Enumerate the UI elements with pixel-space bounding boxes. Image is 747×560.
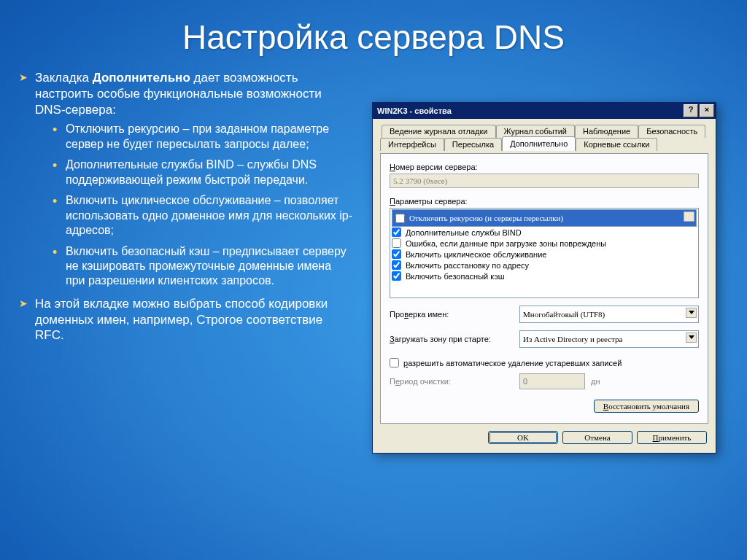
titlebar-text: WIN2K3 - свойства [377, 106, 684, 115]
tab-advanced[interactable]: Дополнительно [502, 136, 576, 151]
apply-button[interactable]: Применить [637, 431, 707, 444]
name-checking-select[interactable]: Многобайтовый (UTF8) [519, 306, 699, 323]
tab-debug-log[interactable]: Ведение журнала отладки [382, 125, 496, 138]
bullet-sub-1: Отключить рекурсию – при заданном параме… [53, 122, 353, 152]
auto-delete-checkbox[interactable] [390, 358, 399, 368]
text-column: Закладка Дополнительно дает возможность … [16, 70, 353, 351]
load-zone-label: Загружать зону при старте: [390, 335, 514, 343]
ok-button[interactable]: OK [488, 431, 558, 444]
bullet-sub-3: Включить циклическое обслуживание – позв… [53, 193, 353, 238]
server-param-checkbox[interactable] [392, 228, 401, 237]
load-zone-select[interactable]: Из Active Directory и реестра [519, 330, 699, 348]
server-param-row[interactable]: Ошибка, если данные при загрузке зоны по… [392, 238, 697, 249]
server-param-row[interactable]: Дополнительные службы BIND [392, 227, 697, 238]
tab-content-advanced: Номер версии сервера: Параметры сервера:… [380, 153, 708, 424]
server-param-row[interactable]: Отключить рекурсию (и серверы пересылки) [392, 209, 697, 227]
restore-defaults-button[interactable]: Восстановить умолчания [594, 400, 699, 413]
tab-security[interactable]: Безопасность [638, 125, 705, 138]
server-param-label: Ошибка, если данные при загрузке зоны по… [406, 239, 606, 248]
server-param-checkbox[interactable] [392, 249, 401, 259]
bullet-sub-2: Дополнительные службы BIND – службы DNS … [53, 158, 353, 187]
server-param-checkbox[interactable] [392, 260, 401, 270]
tab-monitoring[interactable]: Наблюдение [575, 125, 638, 138]
server-param-label: Отключить рекурсию (и серверы пересылки) [409, 214, 563, 222]
close-button[interactable]: × [700, 104, 714, 117]
server-param-label: Дополнительные службы BIND [406, 228, 522, 237]
server-param-label: Включить расстановку по адресу [406, 261, 529, 270]
server-version-field [390, 174, 699, 188]
properties-dialog: WIN2K3 - свойства ? × Ведение журнала от… [372, 102, 716, 454]
server-param-checkbox[interactable] [392, 271, 401, 281]
bullet-main-1: Закладка Дополнительно дает возможность … [19, 70, 353, 289]
cancel-button[interactable]: Отмена [562, 431, 632, 444]
server-param-row[interactable]: Включить циклическое обслуживание [392, 249, 697, 260]
server-params-listbox[interactable]: Отключить рекурсию (и серверы пересылки)… [390, 208, 699, 298]
server-param-checkbox[interactable] [395, 214, 405, 223]
server-params-label: Параметры сервера: [390, 197, 699, 206]
server-param-row[interactable]: Включить безопасный кэш [392, 271, 697, 281]
server-param-row[interactable]: Включить расстановку по адресу [392, 260, 697, 271]
tab-strip: Ведение журнала отладки Журнал событий Н… [380, 125, 708, 154]
tab-root-hints[interactable]: Корневые ссылки [576, 138, 657, 151]
server-param-label: Включить циклическое обслуживание [406, 250, 546, 259]
help-button[interactable]: ? [684, 104, 698, 117]
server-param-label: Включить безопасный кэш [406, 272, 505, 281]
server-version-label: Номер версии сервера: [390, 163, 699, 171]
tab-interfaces[interactable]: Интерфейсы [380, 138, 444, 151]
auto-delete-label: разрешить автоматическое удаление устаре… [403, 359, 622, 368]
scavenge-period-field [519, 373, 585, 389]
server-param-checkbox[interactable] [392, 238, 401, 248]
tab-forwarders[interactable]: Пересылка [444, 138, 502, 151]
slide-title: Настройка сервера DNS [0, 0, 747, 57]
titlebar[interactable]: WIN2K3 - свойства ? × [373, 103, 716, 119]
name-checking-label: Проверка имен: [390, 310, 514, 319]
bullet-main-2: На этой вкладке можно выбрать способ код… [19, 296, 353, 343]
scavenge-period-unit: дн [591, 377, 600, 386]
scavenge-period-label: Период очистки: [390, 377, 514, 386]
bullet-sub-4: Включить безопасный кэш – предписывает с… [53, 244, 353, 289]
